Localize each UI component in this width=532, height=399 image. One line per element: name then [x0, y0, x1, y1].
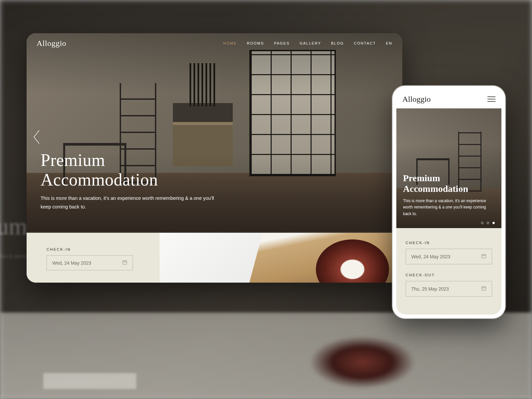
hero-text-block: Premium Accommodation This is more than … — [41, 150, 220, 211]
desktop-device-frame: Alloggio HOME ROOMS PAGES GALLERY BLOG C… — [27, 33, 402, 283]
mobile-screen: Alloggio Premium Accommodation This is m… — [396, 90, 501, 315]
hero-subtitle: This is more than a vacation, it's an ex… — [41, 194, 220, 211]
slider-pagination — [481, 222, 495, 224]
background-food-bowl — [309, 336, 416, 389]
svg-rect-4 — [482, 254, 486, 258]
svg-rect-8 — [482, 287, 486, 290]
booking-food-bowl — [316, 239, 389, 283]
nav-contact[interactable]: CONTACT — [354, 41, 376, 45]
mobile-checkout-value: Thu, 25 May 2023 — [411, 286, 449, 292]
svg-rect-0 — [123, 261, 127, 264]
brand-logo[interactable]: Alloggio — [37, 39, 66, 48]
mobile-hero-title: Premium Accommodation — [403, 173, 495, 194]
mobile-device-frame: Alloggio Premium Accommodation This is m… — [392, 86, 505, 319]
background-hero-title-fragment: um — [0, 213, 27, 240]
mobile-brand-logo[interactable]: Alloggio — [402, 95, 431, 104]
mobile-checkin-label: CHECK-IN — [406, 241, 492, 245]
nav-gallery[interactable]: GALLERY — [300, 41, 321, 45]
mobile-checkin-field: CHECK-IN Wed, 24 May 2023 — [406, 241, 492, 264]
top-navigation-bar: Alloggio HOME ROOMS PAGES GALLERY BLOG C… — [27, 33, 402, 53]
background-date-input — [43, 373, 136, 389]
chevron-left-icon — [33, 130, 41, 144]
checkin-date-input[interactable]: Wed, 24 May 2023 — [47, 255, 133, 270]
nav-language[interactable]: EN — [386, 41, 392, 45]
mobile-header: Alloggio — [396, 90, 501, 108]
slider-prev-button[interactable] — [33, 130, 41, 144]
mobile-hero-subtitle: This is more than a vacation, it's an ex… — [403, 198, 495, 217]
hero-title: Premium Accommodation — [41, 150, 220, 190]
mobile-checkin-input[interactable]: Wed, 24 May 2023 — [406, 249, 492, 264]
calendar-icon — [481, 253, 486, 260]
hamburger-line — [487, 101, 495, 102]
nav-rooms[interactable]: ROOMS — [247, 41, 264, 45]
hamburger-line — [487, 99, 495, 99]
calendar-icon — [122, 260, 127, 266]
booking-bedsheet — [160, 233, 263, 283]
mobile-booking-form: CHECK-IN Wed, 24 May 2023 CHECK-OUT Thu,… — [396, 228, 501, 315]
hamburger-menu-button[interactable] — [487, 96, 495, 102]
booking-form-panel: CHECK-IN Wed, 24 May 2023 — [27, 233, 160, 283]
nav-home[interactable]: HOME — [223, 41, 237, 45]
mobile-checkout-input[interactable]: Thu, 25 May 2023 — [406, 281, 492, 297]
nav-pages[interactable]: PAGES — [274, 41, 290, 45]
hamburger-line — [487, 96, 495, 97]
mobile-checkout-field: CHECK-OUT Thu, 25 May 2023 — [406, 273, 492, 297]
slider-dot[interactable] — [487, 222, 489, 224]
mobile-checkin-value: Wed, 24 May 2023 — [411, 254, 450, 259]
mobile-hero-section: Premium Accommodation This is more than … — [396, 108, 501, 228]
primary-nav: HOME ROOMS PAGES GALLERY BLOG CONTACT EN — [223, 41, 392, 45]
slider-dot[interactable] — [481, 222, 483, 224]
checkin-label: CHECK-IN — [47, 247, 140, 251]
mobile-hero-text: Premium Accommodation This is more than … — [403, 173, 495, 217]
hero-section: Alloggio HOME ROOMS PAGES GALLERY BLOG C… — [27, 33, 402, 233]
booking-strip: CHECK-IN Wed, 24 May 2023 — [27, 233, 402, 283]
mobile-checkout-label: CHECK-OUT — [406, 273, 492, 277]
nav-blog[interactable]: BLOG — [331, 41, 344, 45]
slider-dot-active[interactable] — [492, 222, 495, 224]
booking-image-panel — [160, 233, 402, 283]
calendar-icon — [481, 286, 486, 292]
checkin-date-value: Wed, 24 May 2023 — [52, 260, 91, 266]
